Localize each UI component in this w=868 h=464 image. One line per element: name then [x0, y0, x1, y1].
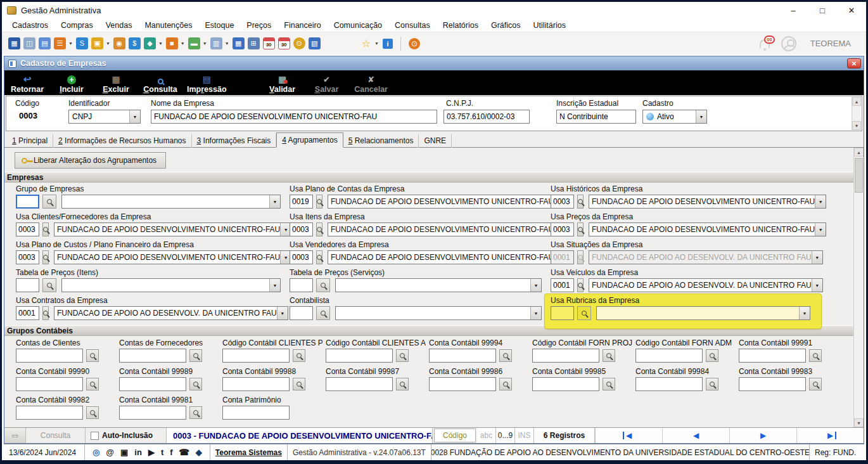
email-icon[interactable]: @ — [106, 448, 114, 456]
services-icon[interactable]: S — [76, 37, 88, 49]
company-combo[interactable]: FUNDACAO DE APOIO DESENVOLVIMENTO UNICEN… — [328, 195, 565, 209]
menu-cadastros[interactable]: Cadastros — [6, 20, 54, 31]
lookup-search-button[interactable] — [86, 349, 99, 362]
conta-input[interactable] — [16, 406, 83, 420]
conta-input[interactable] — [429, 377, 496, 391]
people-icon[interactable]: ◫ — [23, 37, 35, 49]
conta-input[interactable] — [222, 349, 290, 363]
company-combo[interactable]: FUNDACAO DE APOIO DESENVOLVIMENTO UNICEN… — [328, 250, 565, 264]
menu-estoque[interactable]: Estoque — [198, 20, 240, 31]
chevron-down-icon[interactable] — [696, 110, 706, 123]
conta-input[interactable] — [635, 349, 703, 363]
code-input[interactable] — [551, 195, 574, 209]
cnpj-input[interactable] — [444, 110, 530, 124]
calendar-30-icon[interactable]: 30 — [263, 37, 275, 49]
code-input[interactable] — [16, 195, 39, 209]
stock-icon[interactable]: ▣ — [91, 37, 103, 49]
company-search-icon[interactable]: ▧ — [309, 37, 321, 49]
companies-icon[interactable]: ▦ — [8, 37, 20, 49]
code-input[interactable] — [16, 250, 39, 264]
code-input[interactable] — [16, 306, 39, 320]
nav-prev-button[interactable]: ◀ — [662, 428, 729, 443]
registration-card-icon[interactable]: ▤ — [39, 37, 51, 49]
lookup-search-button[interactable] — [316, 250, 322, 264]
code-input[interactable] — [16, 278, 39, 292]
conta-input[interactable] — [16, 377, 83, 391]
company-combo[interactable] — [335, 306, 542, 320]
lookup-search-button[interactable] — [396, 378, 409, 390]
teorema-sistemas-link[interactable]: Teorema Sistemas — [210, 444, 288, 460]
phone-icon[interactable]: ☎ — [179, 448, 189, 456]
conta-input[interactable] — [532, 377, 599, 391]
lookup-search-button[interactable] — [706, 349, 718, 362]
lookup-search-button[interactable] — [316, 306, 330, 320]
billing-icon[interactable]: $ — [129, 37, 141, 49]
abc-mode-toggle[interactable]: abc — [477, 428, 496, 443]
info-icon[interactable]: i — [383, 39, 393, 49]
chevron-down-icon[interactable] — [68, 41, 73, 46]
chevron-down-icon[interactable] — [799, 307, 810, 319]
scroll-up-icon[interactable] — [854, 148, 864, 157]
chevron-down-icon[interactable] — [106, 41, 110, 46]
menu-relatorios[interactable]: Relatórios — [437, 20, 485, 31]
code-input[interactable] — [551, 278, 574, 292]
conta-input[interactable] — [739, 377, 806, 391]
code-input[interactable] — [551, 250, 574, 264]
code-input[interactable] — [290, 278, 313, 292]
lookup-search-button[interactable] — [316, 222, 322, 236]
lookup-search-button[interactable] — [603, 349, 615, 362]
lookup-search-button[interactable] — [293, 349, 305, 362]
scroll-up-icon[interactable] — [852, 97, 861, 106]
calendar-config-icon[interactable]: 30 — [278, 37, 290, 49]
cash-register-icon[interactable]: ▥ — [210, 37, 222, 49]
chevron-down-icon[interactable] — [181, 41, 185, 46]
conta-input[interactable] — [429, 349, 496, 363]
lookup-search-button[interactable] — [189, 349, 202, 362]
company-combo[interactable]: FUNDACAO DE APOIO DESENVOLVIMENTO UNICEN… — [328, 222, 565, 236]
conta-input[interactable] — [739, 349, 806, 363]
twitter-icon[interactable]: t — [161, 448, 163, 456]
menu-compras[interactable]: Compras — [54, 20, 99, 31]
lookup-search-button[interactable] — [189, 406, 202, 419]
company-combo[interactable]: FUNDACAO DE APOIO DESENVOLVIMENTO UNICEN… — [54, 250, 291, 264]
lookup-search-button[interactable] — [809, 378, 822, 390]
favorites-star-icon[interactable]: ☆ — [362, 37, 371, 49]
nav-next-button[interactable]: ▶ — [729, 428, 796, 443]
salvar-button[interactable]: Salvar — [309, 74, 345, 94]
code-input[interactable] — [551, 306, 574, 320]
menu-financeiro[interactable]: Financeiro — [278, 20, 327, 31]
company-combo[interactable]: FUNDACAO DE APOIO DESENVOLVIMENTO UNICEN… — [589, 222, 826, 236]
conta-input[interactable] — [119, 406, 186, 420]
company-combo[interactable]: FUNDACAO DE APOIO DESENVOLVIMENTO UNICEN… — [54, 222, 291, 236]
auto-inclusao-toggle[interactable]: Auto-Inclusão — [86, 428, 167, 443]
conta-input[interactable] — [532, 349, 599, 363]
lookup-search-button[interactable] — [577, 278, 584, 292]
code-input[interactable] — [551, 222, 574, 236]
lookup-search-button[interactable] — [316, 195, 322, 209]
conta-input[interactable] — [16, 349, 83, 363]
code-input[interactable] — [16, 222, 39, 236]
menu-vendas[interactable]: Vendas — [99, 20, 139, 31]
chevron-down-icon[interactable] — [269, 279, 280, 292]
conta-input[interactable] — [119, 349, 186, 363]
company-combo[interactable] — [61, 195, 281, 209]
close-icon[interactable]: ✕ — [837, 6, 866, 15]
image-button[interactable] — [4, 428, 26, 443]
facebook-icon[interactable]: f — [170, 448, 172, 456]
linkedin-icon[interactable]: in — [134, 448, 142, 456]
content-scrollbar[interactable] — [853, 148, 864, 427]
conta-input[interactable] — [119, 377, 186, 391]
lookup-search-button[interactable] — [86, 378, 99, 390]
clients-icon[interactable]: ◉ — [113, 37, 125, 49]
lookup-search-button[interactable] — [86, 406, 99, 419]
window-close-button[interactable]: ✕ — [847, 58, 861, 68]
notifications-bell-icon[interactable]: 00 — [760, 39, 770, 48]
cancelar-button[interactable]: Cancelar — [354, 74, 389, 94]
scroll-down-icon[interactable] — [852, 121, 861, 130]
chevron-down-icon[interactable] — [203, 41, 207, 46]
chevron-down-icon[interactable] — [530, 307, 541, 319]
tab-principal[interactable]: 1 Principal — [7, 134, 53, 148]
youtube-icon[interactable]: ▶ — [148, 448, 155, 456]
scroll-down-icon[interactable] — [854, 418, 864, 427]
money-icon[interactable]: ▬ — [188, 37, 200, 49]
